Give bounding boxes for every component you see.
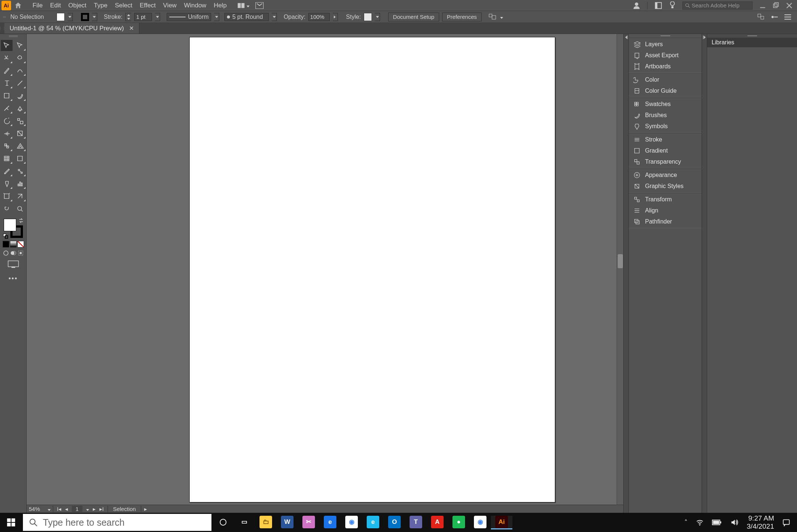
artboard-list-dropdown[interactable] [86, 506, 89, 512]
panel-transform[interactable]: Transform [629, 194, 702, 205]
scale-tool[interactable] [14, 115, 26, 126]
swap-fill-stroke-icon[interactable] [18, 218, 24, 223]
fill-swatch[interactable] [57, 13, 65, 21]
menu-help[interactable]: Help [210, 2, 230, 9]
taskbar-app-file-explorer[interactable]: 🗀 [255, 516, 277, 528]
fill-stroke-control[interactable] [3, 218, 24, 239]
default-fill-stroke-icon[interactable] [3, 233, 8, 239]
stroke-weight-input[interactable]: 1 pt [134, 13, 152, 21]
rectangle-tool[interactable] [1, 90, 13, 101]
prev-artboard-icon[interactable]: ◂ [65, 506, 68, 512]
libraries-collapse-gutter[interactable] [702, 34, 707, 513]
variable-width-profile-dropdown[interactable]: Uniform [167, 13, 211, 21]
statusbar-flyout-icon[interactable]: ▸ [141, 506, 150, 512]
brush-definition-dropdown[interactable]: 5 pt. Round [224, 13, 269, 21]
taskbar-app-teams[interactable]: T [405, 516, 427, 528]
taskbar-app-task-view[interactable]: ▭ [234, 516, 255, 528]
taskbar-app-word[interactable]: W [277, 516, 298, 528]
free-transform-tool[interactable] [14, 128, 26, 139]
taskbar-app-acrobat[interactable]: A [427, 516, 448, 528]
wifi-icon[interactable] [696, 518, 704, 526]
learn-icon[interactable] [669, 1, 676, 10]
symbol-sprayer-tool[interactable] [1, 178, 13, 189]
artboard-number-input[interactable]: 1 [72, 506, 82, 512]
panel-color-guide[interactable]: Color Guide [629, 85, 702, 96]
lasso-tool[interactable] [14, 52, 26, 64]
tabbar-grip[interactable]: ⋮⋮ [0, 23, 4, 34]
vertical-scrollbar[interactable] [617, 34, 623, 513]
panel-gradient[interactable]: Gradient [629, 145, 702, 156]
draw-normal-icon[interactable] [3, 250, 9, 256]
align-to-caret[interactable] [500, 14, 503, 20]
panel-artboards[interactable]: Artboards [629, 61, 702, 72]
help-search-input[interactable]: Search Adobe Help [682, 1, 753, 10]
taskbar-app-chrome2[interactable]: ◉ [469, 516, 491, 528]
menu-object[interactable]: Object [65, 2, 90, 9]
taskbar-clock[interactable]: 9:27 AM 3/4/2021 [747, 514, 774, 531]
shape-builder-tool[interactable] [1, 140, 13, 151]
menu-edit[interactable]: Edit [46, 2, 64, 9]
brush-def-caret[interactable] [272, 13, 277, 21]
blend-tool[interactable] [14, 166, 26, 177]
document-setup-button[interactable]: Document Setup [388, 13, 439, 21]
color-mode-none[interactable] [17, 241, 24, 248]
paintbrush-tool[interactable] [14, 90, 26, 101]
workspace-switcher[interactable] [238, 2, 250, 9]
opacity-input[interactable]: 100% [308, 13, 330, 21]
close-tab-icon[interactable]: ✕ [129, 25, 134, 32]
magic-wand-tool[interactable] [1, 52, 13, 64]
menu-view[interactable]: View [159, 2, 180, 9]
column-graph-tool[interactable] [14, 178, 26, 189]
libraries-grip[interactable] [707, 34, 797, 38]
color-mode-gradient[interactable] [10, 241, 17, 248]
stroke-dropdown[interactable] [92, 13, 97, 21]
fill-color-box[interactable] [4, 219, 16, 231]
toolbox-grip[interactable] [9, 35, 18, 38]
zoom-level-dropdown[interactable]: 54% [27, 506, 53, 512]
type-tool[interactable] [1, 78, 13, 89]
taskbar-app-spotify[interactable]: ● [448, 516, 469, 528]
taskbar-search-input[interactable]: Type here to search [23, 514, 211, 531]
opacity-more[interactable] [333, 13, 338, 21]
panel-graphic-styles[interactable]: Graphic Styles [629, 181, 702, 192]
panel-brushes[interactable]: Brushes [629, 110, 702, 121]
taskbar-app-snip[interactable]: ✂ [298, 516, 319, 528]
taskbar-app-edge-legacy[interactable]: e [319, 516, 341, 528]
draw-inside-icon[interactable] [17, 250, 24, 256]
stroke-swatch[interactable] [81, 13, 89, 21]
panel-swatches[interactable]: Swatches [629, 99, 702, 110]
menu-type[interactable]: Type [90, 2, 111, 9]
last-artboard-icon[interactable]: ▸I [99, 506, 104, 512]
menu-file[interactable]: File [29, 2, 46, 9]
volume-icon[interactable] [730, 518, 739, 526]
isolate-icon[interactable] [770, 13, 779, 21]
shaper-tool[interactable] [1, 103, 13, 114]
preferences-button[interactable]: Preferences [442, 13, 482, 21]
stroke-weight-stepper[interactable] [125, 13, 131, 21]
dock-collapse-gutter[interactable] [623, 34, 628, 513]
taskbar-app-cortana[interactable]: ◯ [212, 516, 234, 528]
document-tab[interactable]: Untitled-1 @ 54 % (CMYK/CPU Preview) ✕ [4, 23, 139, 34]
gradient-tool[interactable] [14, 153, 26, 164]
taskbar-app-ie[interactable]: e [362, 516, 384, 528]
edit-toolbar-button[interactable]: ••• [9, 275, 18, 283]
align-to-icon[interactable] [488, 13, 497, 21]
pen-tool[interactable] [1, 65, 13, 76]
draw-behind-icon[interactable] [10, 250, 17, 256]
canvas-workspace[interactable]: 54% I◂ ◂ 1 ▸ ▸I Selection ▸ [27, 34, 623, 513]
panel-color[interactable]: Color [629, 74, 702, 85]
action-center-icon[interactable] [782, 518, 790, 526]
minimize-button[interactable] [759, 2, 766, 9]
tray-overflow-icon[interactable]: ˄ [684, 518, 688, 526]
panel-asset-export[interactable]: Asset Export [629, 50, 702, 61]
panel-appearance[interactable]: Appearance [629, 170, 702, 181]
controlbar-menu-icon[interactable] [784, 13, 792, 21]
slice-tool[interactable] [14, 191, 26, 202]
libraries-tab[interactable]: Libraries [707, 38, 797, 47]
panel-transparency[interactable]: Transparency [629, 156, 702, 167]
variable-width-caret[interactable] [214, 13, 219, 21]
vertical-scroll-thumb[interactable] [618, 254, 623, 268]
selection-tool[interactable] [1, 40, 13, 51]
stroke-weight-dropdown[interactable] [155, 13, 160, 21]
window-frame-icon[interactable] [654, 1, 662, 10]
